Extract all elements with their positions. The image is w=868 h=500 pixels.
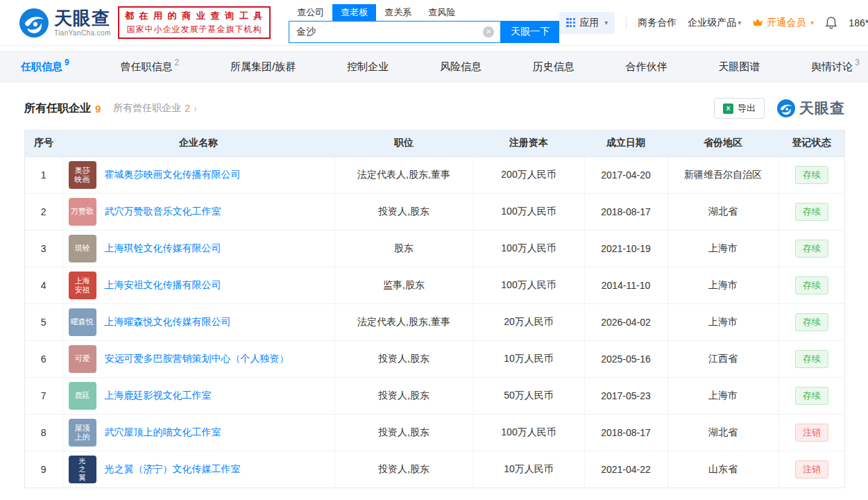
company-avatar[interactable]: 屋顶上的 (69, 419, 96, 447)
status-badge: 存续 (795, 240, 828, 258)
company-cell: 可爱安远可爱多巴胺营销策划中心（个人独资） (62, 340, 334, 377)
account-phone-menu[interactable]: 186*... ▾ (849, 17, 868, 28)
nav-tab-3[interactable]: 所属集团/族群 (230, 60, 296, 74)
company-avatar[interactable]: 可爱 (69, 345, 96, 373)
tianyancha-logo-icon (19, 8, 49, 38)
company-name-link[interactable]: 武穴屋顶上的喵文化工作室 (105, 426, 221, 439)
search-tab-3[interactable]: 查关系 (376, 4, 420, 21)
watermark-logo-icon (777, 99, 795, 117)
nav-tab-label: 舆情讨论 (811, 60, 853, 74)
company-avatar[interactable]: 鹿廷 (69, 382, 96, 410)
search-input[interactable] (289, 26, 483, 38)
company-cell: 上海安祖上海安祖文化传播有限公司 (62, 267, 334, 303)
registered-capital-cell: 100万人民币 (473, 267, 584, 303)
company-avatar[interactable]: 万赞歌 (69, 198, 96, 226)
position-cell: 投资人,股东 (334, 193, 473, 230)
status-cell: 存续 (778, 377, 844, 414)
company-cell: 奥莎映画霍城奥莎映画文化传播有限公司 (62, 156, 334, 193)
nav-tab-label: 天眼图谱 (718, 60, 760, 74)
company-name-link[interactable]: 上海曜森悦文化传媒有限公司 (105, 316, 231, 328)
status-badge: 存续 (795, 313, 828, 331)
column-header-4: 注册资本 (473, 131, 584, 156)
nav-tab-label: 历史信息 (533, 60, 575, 74)
region-cell: 山东省 (667, 451, 778, 488)
search-tab-1[interactable]: 查公司 (289, 4, 332, 21)
header-right-menu: 应用 ▾ 商务合作 企业级产品 ▾ 开通会员 ▾ 186*... ▾ (559, 12, 868, 34)
vip-label: 开通会员 (767, 17, 806, 29)
search-tab-4[interactable]: 查风险 (420, 4, 463, 21)
company-cell: 琪铨上海琪铨文化传媒有限公司 (62, 230, 334, 267)
row-number: 8 (25, 414, 62, 451)
avatar-line: 翼 (79, 474, 86, 482)
company-avatar[interactable]: 奥莎映画 (69, 161, 96, 189)
section-header: 所有任职企业 9 所有曾任职企业 2 › X 导出 天眼查 (0, 83, 868, 130)
apps-button[interactable]: 应用 ▾ (559, 12, 615, 34)
nav-tab-count: 9 (65, 58, 69, 67)
nav-tab-6[interactable]: 历史信息 (533, 60, 575, 74)
slogan-line2: 国家中小企业发展子基金旗下机构 (125, 24, 264, 35)
established-date-cell: 2018-08-17 (584, 193, 667, 230)
company-name-link[interactable]: 武穴万赞歌音乐文化工作室 (105, 206, 221, 218)
column-header-7: 登记状态 (778, 131, 844, 156)
watermark-logo: 天眼查 (777, 99, 845, 118)
company-name-link[interactable]: 上海琪铨文化传媒有限公司 (105, 242, 221, 255)
nav-tab-8[interactable]: 天眼图谱 (718, 60, 760, 74)
status-badge: 存续 (795, 387, 828, 405)
column-header-6: 省份地区 (667, 131, 778, 156)
company-avatar[interactable]: 曜森悦 (69, 308, 96, 336)
position-cell: 股东 (334, 230, 473, 267)
tianyancha-logo[interactable]: 天眼查 TianYanCha.com (19, 8, 111, 38)
status-cell: 注销 (778, 451, 844, 488)
status-cell: 存续 (778, 156, 844, 193)
column-header-2: 企业名称 (62, 131, 334, 156)
company-name-link[interactable]: 上海安祖文化传播有限公司 (105, 279, 221, 292)
search-tab-2[interactable]: 查老板 (332, 4, 376, 21)
registered-capital-cell: 100万人民币 (473, 193, 584, 230)
enterprise-products-link[interactable]: 企业级产品 ▾ (688, 17, 741, 29)
company-name-link[interactable]: 光之翼（济宁）文化传媒工作室 (105, 463, 241, 476)
nav-tab-9[interactable]: 舆情讨论3 (811, 60, 860, 74)
enterprise-products-label: 企业级产品 (688, 17, 736, 29)
export-button[interactable]: X 导出 (714, 98, 765, 119)
company-name-link[interactable]: 安远可爱多巴胺营销策划中心（个人独资） (105, 353, 289, 365)
company-name-link[interactable]: 霍城奥莎映画文化传播有限公司 (105, 169, 241, 181)
excel-icon: X (723, 103, 733, 114)
avatar-line: 琪铨 (75, 244, 90, 253)
former-positions-link[interactable]: 所有曾任职企业 2 › (113, 102, 196, 115)
company-avatar[interactable]: 琪铨 (69, 235, 96, 262)
company-avatar[interactable]: 光之翼 (69, 456, 96, 483)
business-coop-label: 商务合作 (638, 17, 676, 29)
chevron-down-icon: ▾ (604, 19, 608, 26)
nav-tab-label: 控制企业 (347, 60, 389, 74)
nav-tab-5[interactable]: 风险信息 (440, 60, 482, 74)
registered-capital-cell: 20万人民币 (473, 303, 584, 340)
section-title-count: 9 (95, 103, 101, 115)
status-badge: 注销 (795, 424, 828, 442)
avatar-line: 之 (79, 465, 86, 474)
bell-icon[interactable] (825, 16, 837, 29)
nav-tab-4[interactable]: 控制企业 (347, 60, 389, 74)
row-number: 9 (25, 451, 62, 488)
status-badge: 注销 (795, 460, 828, 478)
nav-tab-1[interactable]: 任职信息9 (21, 60, 69, 74)
column-header-1: 序号 (25, 131, 62, 156)
nav-tab-2[interactable]: 曾任职信息2 (121, 60, 180, 74)
nav-tab-7[interactable]: 合作伙伴 (626, 60, 667, 74)
row-number: 3 (25, 230, 62, 267)
search-tabs: 查公司查老板查关系查风险 (289, 4, 559, 21)
search-button[interactable]: 天眼一下 (501, 21, 559, 43)
table-row: 1奥莎映画霍城奥莎映画文化传播有限公司法定代表人,股东,董事200万人民币201… (25, 156, 844, 193)
business-coop-link[interactable]: 商务合作 (638, 17, 676, 29)
vip-upgrade-link[interactable]: 开通会员 ▾ (752, 17, 814, 29)
clear-icon[interactable]: ✕ (483, 26, 494, 38)
company-avatar[interactable]: 上海安祖 (69, 272, 96, 299)
nav-tab-label: 任职信息 (21, 60, 62, 74)
region-cell: 上海市 (667, 267, 778, 303)
position-cell: 法定代表人,股东,董事 (334, 303, 473, 340)
company-name-link[interactable]: 上海鹿廷影视文化工作室 (105, 390, 212, 402)
established-date-cell: 2017-04-20 (584, 156, 667, 193)
top-header: 天眼查 TianYanCha.com 都 在 用 的 商 业 查 询 工 具 国… (0, 0, 868, 46)
registered-capital-cell: 10万人民币 (473, 451, 584, 488)
table-row: 5曜森悦上海曜森悦文化传媒有限公司法定代表人,股东,董事20万人民币2026-0… (25, 303, 844, 340)
established-date-cell: 2021-10-19 (584, 230, 667, 267)
